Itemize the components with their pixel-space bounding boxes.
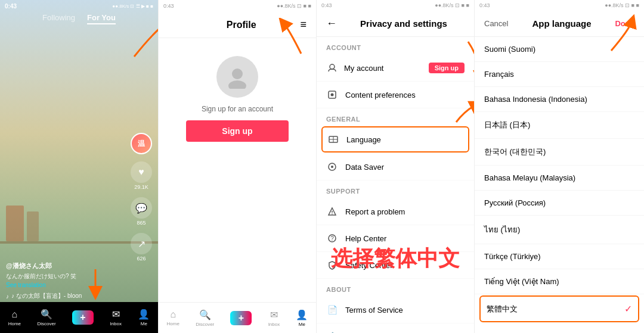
creator-avatar: 温 bbox=[131, 133, 152, 154]
terms-label: Terms of Service bbox=[345, 306, 465, 315]
lang-afrikaans[interactable]: Afrikaans bbox=[475, 323, 644, 333]
lang-francais[interactable]: Français bbox=[475, 62, 644, 87]
report-icon bbox=[326, 206, 338, 217]
for-you-tab[interactable]: For You bbox=[87, 13, 116, 24]
music-note-icon: ♪ bbox=[6, 293, 9, 300]
like-action[interactable]: ♥ 29.1K bbox=[131, 161, 152, 190]
profile-home-icon: ⌂ bbox=[170, 309, 176, 320]
help-icon: ? bbox=[326, 232, 338, 244]
me-icon: 👤 bbox=[138, 309, 150, 320]
profile-title: Profile bbox=[227, 20, 256, 30]
svg-point-2 bbox=[330, 64, 335, 69]
svg-point-9 bbox=[331, 166, 333, 168]
heart-icon: ♥ bbox=[131, 161, 152, 183]
profile-nav-discover-label: Discover bbox=[196, 322, 214, 327]
svg-point-1 bbox=[228, 80, 246, 89]
lang-turkish[interactable]: Türkçe (Türkiye) bbox=[475, 244, 644, 269]
lang-vietnamese[interactable]: Tiếng Việt (Việt Nam) bbox=[475, 269, 644, 294]
content-preferences-label: Content preferences bbox=[345, 91, 465, 99]
following-tab[interactable]: Following bbox=[42, 13, 75, 24]
profile-nav-me[interactable]: 👤 Me bbox=[296, 309, 308, 327]
nav-create-button[interactable]: + bbox=[72, 310, 94, 325]
profile-status-icons: ●●.8K/s ⊡ ■ ■ bbox=[277, 3, 311, 9]
report-label: Report a problem bbox=[345, 207, 465, 216]
signup-chip[interactable]: Sign up bbox=[429, 63, 465, 73]
lang-suomi[interactable]: Suomi (Suomi) bbox=[475, 37, 644, 62]
lang-bahasa-indonesia[interactable]: Bahasa Indonesia (Indonesia) bbox=[475, 87, 644, 112]
video-description: なんか服前だけ短いの? 笑 bbox=[6, 272, 128, 280]
data-saver-item[interactable]: Data Saver bbox=[317, 154, 474, 180]
help-center-item[interactable]: ? Help Center bbox=[317, 225, 474, 252]
profile-signup-button[interactable]: Sign up bbox=[186, 120, 288, 142]
community-icon: 📋 bbox=[326, 331, 338, 333]
language-icon bbox=[327, 133, 339, 145]
my-account-label: My account bbox=[344, 64, 383, 73]
settings-status-time: 0:43 bbox=[321, 2, 332, 8]
share-icon: ↗ bbox=[131, 233, 152, 254]
profile-signup-text: Sign up for an account bbox=[202, 105, 273, 113]
music-title: ♪ なの太郎【盲追】- bloon bbox=[11, 292, 82, 300]
lang-cancel-button[interactable]: Cancel bbox=[484, 19, 508, 28]
account-section-label: ACCOUNT bbox=[317, 37, 474, 55]
nav-inbox[interactable]: ✉ Inbox bbox=[110, 309, 122, 326]
community-item[interactable]: 📋 Community Guidelines bbox=[317, 323, 474, 333]
settings-title: Privacy and settings bbox=[343, 18, 465, 29]
profile-bottom-nav: ⌂ Home 🔍 Discover + ✉ Inbox 👤 Me bbox=[159, 302, 316, 333]
language-panel: 0:43 ●●.8K/s ⊡ ■ ■ Cancel App language D… bbox=[474, 0, 644, 333]
bottom-navigation: ⌂ Home 🔍 Discover + ✉ Inbox 👤 Me bbox=[0, 302, 158, 333]
comment-icon: 💬 bbox=[131, 197, 152, 219]
nav-me-label: Me bbox=[141, 321, 147, 326]
nav-me[interactable]: 👤 Me bbox=[138, 309, 150, 326]
profile-avatar-placeholder bbox=[216, 56, 258, 98]
profile-discover-icon: 🔍 bbox=[199, 309, 211, 320]
language-title: App language bbox=[532, 18, 591, 29]
profile-me-icon: 👤 bbox=[296, 309, 308, 320]
video-navigation: Following For You bbox=[0, 13, 158, 24]
nav-home[interactable]: ⌂ Home bbox=[8, 309, 21, 326]
svg-text:?: ? bbox=[330, 235, 334, 242]
my-account-item[interactable]: My account Sign up bbox=[317, 55, 474, 82]
profile-nav-inbox[interactable]: ✉ Inbox bbox=[268, 309, 280, 327]
lang-russian[interactable]: Русский (Россия) bbox=[475, 191, 644, 216]
share-action[interactable]: ↗ 626 bbox=[131, 233, 152, 262]
profile-nav-create[interactable]: + bbox=[230, 311, 252, 325]
content-preferences-item[interactable]: Content preferences bbox=[317, 82, 474, 108]
profile-status-bar: 0:43 ●●.8K/s ⊡ ■ ■ bbox=[159, 0, 316, 12]
terms-item[interactable]: 📄 Terms of Service bbox=[317, 297, 474, 323]
lang-korean[interactable]: 한국어 (대한민국) bbox=[475, 139, 644, 166]
report-problem-item[interactable]: Report a problem bbox=[317, 198, 474, 225]
settings-status-bar: 0:43 ●●.8K/s ⊡ ■ ■ bbox=[317, 0, 474, 11]
profile-inbox-icon: ✉ bbox=[270, 309, 278, 320]
music-info: ♪ ♪ なの太郎【盲追】- bloon bbox=[6, 292, 82, 300]
profile-nav-discover[interactable]: 🔍 Discover bbox=[196, 309, 214, 327]
lang-thai[interactable]: ไทย (ไทย) bbox=[475, 216, 644, 244]
profile-nav-home-label: Home bbox=[167, 321, 179, 326]
like-button[interactable]: 温 bbox=[131, 133, 152, 154]
lang-status-time: 0:43 bbox=[479, 2, 490, 8]
lang-status-icons: ●●.8K/s ⊡ ■ ■ bbox=[605, 2, 639, 8]
video-username[interactable]: @潘烧さん太郎 bbox=[6, 262, 128, 270]
svg-point-0 bbox=[232, 69, 243, 79]
safety-center-item[interactable]: Safety Center bbox=[317, 252, 474, 279]
settings-status-icons: ●●.8K/s ⊡ ■ ■ bbox=[435, 2, 469, 8]
comment-action[interactable]: 💬 865 bbox=[131, 197, 152, 226]
nav-inbox-label: Inbox bbox=[110, 321, 122, 326]
comment-count: 865 bbox=[137, 220, 145, 226]
lang-traditional-chinese[interactable]: 繁體中文 ✓ bbox=[479, 295, 639, 322]
nav-discover-label: Discover bbox=[37, 321, 55, 326]
profile-nav-home[interactable]: ⌂ Home bbox=[167, 309, 179, 326]
nav-discover[interactable]: 🔍 Discover bbox=[37, 309, 55, 326]
support-section-label: SUPPORT bbox=[317, 180, 474, 198]
terms-icon: 📄 bbox=[326, 304, 338, 316]
see-translation-link[interactable]: See translation bbox=[6, 282, 128, 288]
lang-japanese[interactable]: 日本語 (日本) bbox=[475, 112, 644, 139]
about-section-label: ABOUT bbox=[317, 279, 474, 297]
settings-back-button[interactable]: ← bbox=[326, 17, 337, 30]
settings-panel: 0:43 ●●.8K/s ⊡ ■ ■ ← Privacy and setting… bbox=[316, 0, 474, 333]
inbox-icon: ✉ bbox=[112, 309, 120, 320]
lang-done-button[interactable]: Done bbox=[615, 19, 634, 28]
menu-icon[interactable]: ≡ bbox=[300, 18, 306, 31]
profile-nav-me-label: Me bbox=[299, 322, 305, 327]
lang-bahasa-malay[interactable]: Bahasa Melayu (Malaysia) bbox=[475, 166, 644, 191]
language-item[interactable]: Language bbox=[323, 127, 468, 151]
